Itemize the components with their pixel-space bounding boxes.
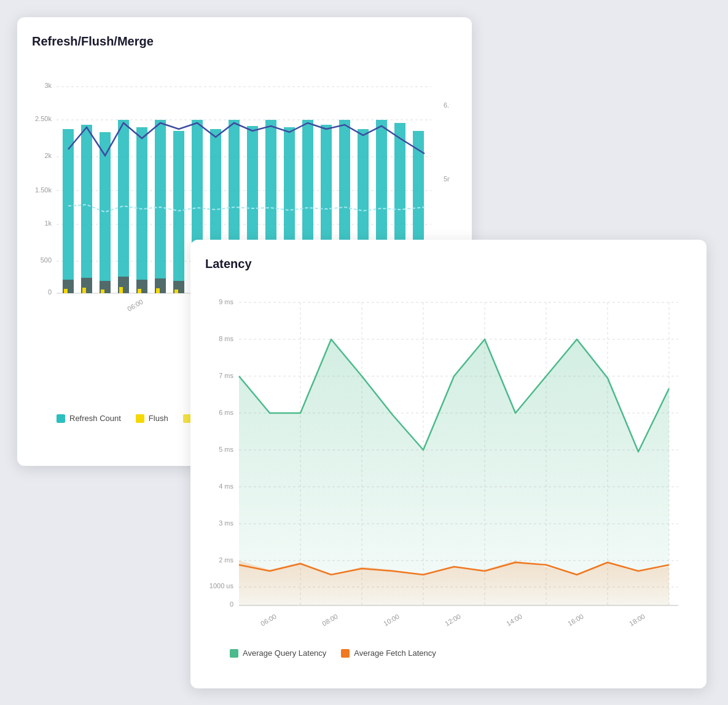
svg-rect-61: [138, 289, 141, 293]
legend-avg-query: Average Query Latency: [230, 648, 326, 658]
svg-rect-21: [136, 127, 147, 293]
svg-text:2.50k: 2.50k: [35, 115, 52, 122]
svg-text:08:00: 08:00: [321, 612, 339, 627]
flush-swatch: [136, 414, 144, 423]
legend-avg-fetch: Average Fetch Latency: [341, 648, 436, 658]
svg-text:2k: 2k: [44, 152, 52, 159]
svg-text:14:00: 14:00: [505, 612, 523, 627]
latency-card-title: Latency: [205, 257, 692, 271]
svg-text:9 ms: 9 ms: [219, 298, 233, 305]
svg-text:500: 500: [41, 256, 52, 264]
svg-text:06:00: 06:00: [126, 297, 144, 312]
svg-rect-58: [82, 288, 86, 293]
legend-refresh-count: Refresh Count: [57, 414, 121, 423]
svg-text:10:00: 10:00: [382, 612, 401, 627]
svg-rect-62: [156, 288, 160, 293]
latency-card: Latency 9 ms 8 ms 7 ms 6 ms 5 ms 4 ms 3 …: [190, 240, 706, 688]
svg-text:1k: 1k: [44, 219, 52, 227]
svg-text:3k: 3k: [44, 82, 52, 89]
svg-rect-17: [63, 129, 74, 293]
svg-text:0: 0: [48, 288, 52, 296]
svg-text:2 ms: 2 ms: [219, 556, 233, 564]
svg-rect-59: [101, 289, 104, 293]
latency-chart-svg: 9 ms 8 ms 7 ms 6 ms 5 ms 4 ms 3 ms 2 ms …: [205, 281, 691, 637]
refresh-card-title: Refresh/Flush/Merge: [32, 34, 457, 49]
svg-text:12:00: 12:00: [444, 612, 462, 627]
svg-text:06:00: 06:00: [259, 612, 278, 627]
avg-fetch-label: Average Fetch Latency: [354, 648, 436, 658]
avg-query-label: Average Query Latency: [243, 648, 326, 658]
svg-text:1000 us: 1000 us: [209, 582, 234, 589]
svg-text:5 ms: 5 ms: [219, 446, 233, 453]
svg-text:7 ms: 7 ms: [219, 372, 233, 379]
svg-text:18:00: 18:00: [628, 612, 646, 627]
svg-rect-63: [174, 289, 178, 293]
svg-rect-60: [119, 287, 123, 293]
svg-rect-23: [173, 131, 184, 293]
avg-fetch-swatch: [341, 649, 350, 658]
svg-text:5m: 5m: [444, 175, 450, 183]
flush-label: Flush: [149, 414, 168, 423]
svg-text:16:00: 16:00: [566, 612, 585, 627]
svg-text:6 ms: 6 ms: [219, 409, 233, 416]
svg-text:1.50k: 1.50k: [35, 186, 52, 194]
svg-text:8 ms: 8 ms: [219, 335, 233, 342]
refresh-count-label: Refresh Count: [69, 414, 121, 423]
svg-text:0: 0: [230, 601, 233, 608]
svg-text:4 ms: 4 ms: [219, 482, 233, 490]
svg-text:3 ms: 3 ms: [219, 519, 233, 527]
svg-rect-57: [64, 289, 68, 293]
svg-rect-18: [81, 125, 92, 293]
latency-legend: Average Query Latency Average Fetch Late…: [205, 648, 692, 658]
avg-query-swatch: [230, 649, 238, 658]
legend-flush: Flush: [136, 414, 168, 423]
latency-chart-area: 9 ms 8 ms 7 ms 6 ms 5 ms 4 ms 3 ms 2 ms …: [205, 281, 692, 640]
refresh-count-swatch: [57, 414, 65, 423]
svg-text:6.67m: 6.67m: [444, 101, 450, 109]
